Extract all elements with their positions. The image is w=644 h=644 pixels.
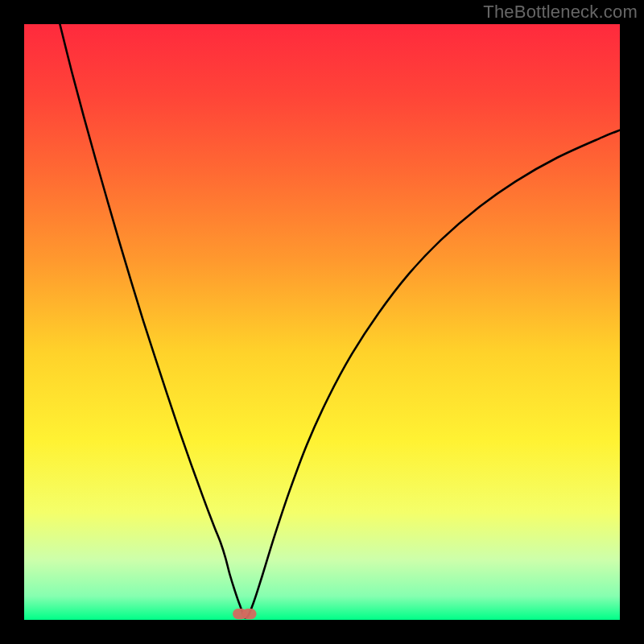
plot-area — [24, 24, 620, 620]
chart-container: TheBottleneck.com — [0, 0, 644, 644]
chart-svg — [24, 24, 620, 620]
optimum-marker-b — [242, 609, 257, 619]
markers-group — [233, 609, 257, 619]
watermark-text: TheBottleneck.com — [483, 2, 638, 23]
gradient-background — [24, 24, 620, 620]
